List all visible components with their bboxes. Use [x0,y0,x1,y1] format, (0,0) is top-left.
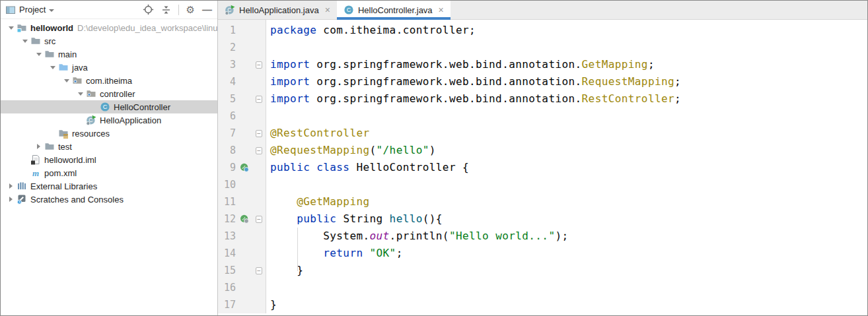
chevron-right-icon[interactable] [5,197,17,202]
tree-item-pom-xml[interactable]: mpom.xml [1,166,217,179]
line-number[interactable]: 3 [218,59,236,71]
chevron-down-icon[interactable] [47,66,58,69]
line-number[interactable]: 2 [218,42,236,53]
close-icon[interactable]: × [439,5,444,15]
gutter-row[interactable]: 9 [218,159,266,176]
fold-strip: − [253,216,265,223]
close-icon[interactable]: × [325,5,330,15]
tree-item-helloworld-iml[interactable]: helloworld.iml [1,153,217,166]
fold-start-icon[interactable]: − [256,61,262,69]
code-line-11[interactable]: @GetMapping [270,193,681,210]
tree-item-test[interactable]: test [1,140,217,153]
gutter-row[interactable]: 16 [218,279,266,296]
settings-gear-icon[interactable]: ⚙ [186,5,195,15]
tab-hellocontroller-java[interactable]: CHelloController.java× [337,1,451,19]
gutter-row[interactable]: 7− [218,125,266,142]
tree-item-label: Scratches and Consoles [30,195,124,205]
line-number[interactable]: 7 [218,127,236,139]
panel-header-actions: ⚙ — [143,4,212,15]
code-line-4[interactable]: import org.springframework.web.bind.anno… [270,73,681,90]
line-number[interactable]: 14 [218,247,236,259]
gutter-row[interactable]: 13 [218,228,266,245]
code-line-14[interactable]: return "OK"; [270,245,681,262]
gutter-row[interactable]: 14 [218,245,266,262]
class-icon: C [344,5,354,15]
gutter-row[interactable]: 5− [218,90,266,108]
code-line-3[interactable]: import org.springframework.web.bind.anno… [270,56,681,73]
hide-panel-icon[interactable]: — [202,7,212,13]
locate-icon[interactable] [143,4,154,15]
tree-item-resources[interactable]: resources [1,127,217,140]
gutter-row[interactable]: 4 [218,73,266,90]
line-number[interactable]: 13 [218,230,236,242]
tab-helloapplication-java[interactable]: CHelloApplication.java× [218,1,337,19]
chevron-down-icon[interactable] [61,79,72,82]
code-line-13[interactable]: System.out.println("Hello world..."); [270,228,681,245]
gutter-row[interactable]: 12− [218,210,266,228]
tree-item-helloworld[interactable]: helloworldD:\develop\edu_idea_workspace\… [1,21,217,34]
chevron-down-icon[interactable] [19,40,30,43]
fold-start-icon[interactable]: − [256,216,262,223]
line-number[interactable]: 10 [218,179,236,191]
tree-item-com-itheima[interactable]: com.itheima [1,74,217,87]
code-token: ); [555,230,568,242]
chevron-right-icon[interactable] [5,183,17,189]
code-line-1[interactable]: package com.itheima.controller; [270,22,681,39]
fold-end-icon[interactable]: − [256,267,262,274]
code-line-15[interactable]: } [270,262,681,279]
code-line-6[interactable] [270,108,681,125]
code-line-16[interactable] [270,279,681,296]
code-editor[interactable]: package com.itheima.controller;import or… [266,20,681,313]
gutter-row[interactable]: 15− [218,262,266,279]
tree-item-hellocontroller[interactable]: CHelloController [1,100,217,113]
tree-item-helloapplication[interactable]: CHelloApplication [1,113,217,127]
spring-bean-icon[interactable] [236,163,253,172]
code-line-9[interactable]: public class HelloController { [270,159,681,176]
gutter-row[interactable]: 3− [218,56,266,73]
tree-item-controller[interactable]: controller [1,87,217,100]
fold-end-icon[interactable]: − [256,96,262,103]
code-line-2[interactable] [270,39,681,56]
code-line-7[interactable]: @RestController [270,125,681,142]
code-line-12[interactable]: public String hello(){ [270,210,681,228]
line-number[interactable]: 17 [218,299,236,311]
chevron-down-icon[interactable] [75,92,86,96]
tree-item-java[interactable]: java [1,61,217,74]
gutter-row[interactable]: 11 [218,193,266,210]
line-number[interactable]: 4 [218,76,236,88]
code-line-5[interactable]: import org.springframework.web.bind.anno… [270,90,681,108]
chevron-down-icon[interactable] [33,53,44,56]
code-line-17[interactable]: } [270,296,681,313]
tree-item-src[interactable]: src [1,34,217,47]
line-number[interactable]: 6 [218,110,236,122]
line-number[interactable]: 16 [218,282,236,294]
gutter-row[interactable]: 1 [218,22,266,39]
fold-end-icon[interactable]: − [256,147,262,154]
editor-gutter[interactable]: 123−45−67−8−9101112−131415−1617 [218,20,266,313]
gutter-row[interactable]: 6 [218,108,266,125]
tab-label: HelloApplication.java [239,5,319,15]
collapse-all-icon[interactable] [161,5,171,15]
line-number[interactable]: 12 [218,213,236,225]
gutter-row[interactable]: 17 [218,296,266,313]
line-number[interactable]: 5 [218,93,236,105]
chevron-right-icon[interactable] [33,144,44,149]
chevron-down-icon[interactable] [49,9,54,12]
tree-item-main[interactable]: main [1,47,217,61]
line-number[interactable]: 1 [218,24,236,36]
code-line-10[interactable] [270,176,681,193]
tree-item-scratches-and-consoles[interactable]: Scratches and Consoles [1,193,217,206]
line-number[interactable]: 8 [218,144,236,156]
tree-item-external-libraries[interactable]: External Libraries [1,179,217,193]
line-number[interactable]: 9 [218,162,236,174]
gutter-row[interactable]: 2 [218,39,266,56]
line-number[interactable]: 11 [218,196,236,208]
gutter-row[interactable]: 10 [218,176,266,193]
spring-mapping-icon[interactable] [236,214,253,224]
fold-start-icon[interactable]: − [256,130,262,137]
chevron-down-icon[interactable] [5,26,17,30]
code-line-8[interactable]: @RequestMapping("/hello") [270,142,681,159]
gutter-row[interactable]: 8− [218,142,266,159]
code-token: @RestController [270,127,370,139]
line-number[interactable]: 15 [218,265,236,276]
